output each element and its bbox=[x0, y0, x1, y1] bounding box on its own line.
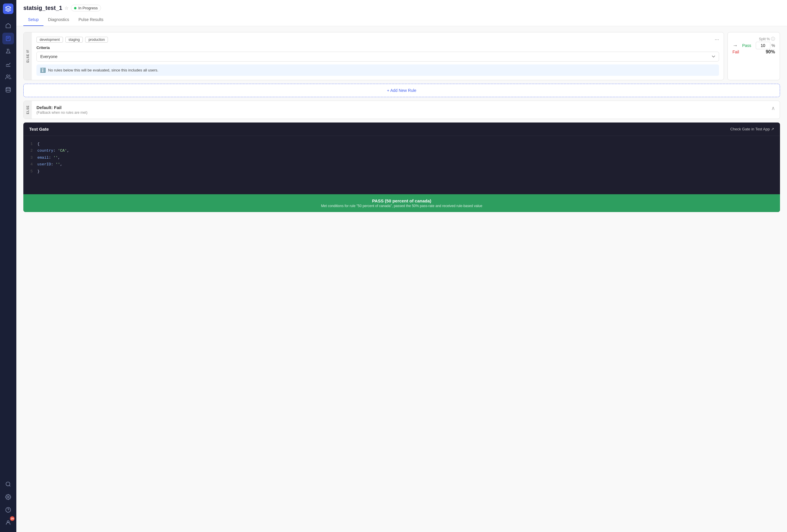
sidebar-item-home[interactable] bbox=[2, 20, 14, 31]
sidebar-item-settings[interactable] bbox=[2, 491, 14, 503]
sidebar-item-flags[interactable] bbox=[2, 33, 14, 44]
code-line-1: 1 { bbox=[29, 141, 774, 147]
external-link-icon: ↗ bbox=[771, 127, 774, 131]
star-icon[interactable]: ☆ bbox=[64, 5, 68, 11]
rule-label-side: ELSE IF bbox=[24, 33, 32, 80]
sidebar-item-experiments[interactable] bbox=[2, 45, 14, 57]
default-text: Default: Fail (Fallback when no rules ar… bbox=[37, 105, 87, 114]
sidebar-bottom: 29 bbox=[2, 478, 14, 529]
split-panel: Split % ⓘ → Pass % Fail 90% bbox=[727, 32, 780, 80]
test-gate-header: Test Gate Check Gate in Test App ↗ bbox=[23, 123, 780, 136]
default-subtitle: (Fallback when no rules are met) bbox=[37, 110, 87, 114]
users-icon bbox=[5, 74, 11, 80]
settings-icon bbox=[5, 494, 11, 500]
default-content: Default: Fail (Fallback when no rules ar… bbox=[32, 101, 780, 119]
criteria-select[interactable]: Everyone bbox=[37, 51, 719, 62]
code-line-4: 4 userID: '', bbox=[29, 161, 774, 168]
pass-percent-symbol: % bbox=[771, 43, 775, 48]
pass-label: Pass bbox=[742, 43, 751, 48]
status-text: In Progress bbox=[78, 6, 98, 10]
fail-label: Fail bbox=[732, 49, 739, 54]
info-icon: ℹ️ bbox=[40, 67, 46, 73]
sidebar: 29 bbox=[0, 0, 16, 532]
env-tag-development[interactable]: development bbox=[37, 37, 63, 43]
rule-row: ELSE IF development staging production ·… bbox=[23, 32, 780, 80]
default-label-text: ELSE bbox=[26, 105, 29, 114]
code-editor[interactable]: 1 { 2 country: 'CA', 3 email: '', 4 bbox=[23, 136, 780, 194]
fail-row: Fail 90% bbox=[732, 49, 775, 55]
add-rule-label: + Add New Rule bbox=[387, 88, 417, 93]
default-collapse-icon[interactable]: ∧ bbox=[771, 105, 775, 111]
flag-icon bbox=[5, 36, 11, 41]
home-icon bbox=[5, 23, 11, 28]
result-bar: PASS (50 percent of canada) Met conditio… bbox=[23, 194, 780, 212]
sidebar-item-help[interactable] bbox=[2, 504, 14, 516]
header-top: statsig_test_1 ☆ In Progress bbox=[23, 5, 780, 12]
tab-setup[interactable]: Setup bbox=[23, 15, 43, 26]
code-line-2: 2 country: 'CA', bbox=[29, 147, 774, 154]
env-tag-staging[interactable]: staging bbox=[65, 37, 83, 43]
arrow-right-icon: → bbox=[732, 43, 738, 49]
svg-point-4 bbox=[6, 75, 8, 77]
help-icon bbox=[5, 507, 11, 513]
fail-percent-value: 90% bbox=[766, 49, 775, 55]
svg-point-8 bbox=[7, 496, 9, 498]
test-gate-title: Test Gate bbox=[29, 127, 49, 131]
tab-diagnostics[interactable]: Diagnostics bbox=[43, 15, 74, 26]
tab-pulse-results[interactable]: Pulse Results bbox=[74, 15, 108, 26]
rule-label-text: ELSE IF bbox=[26, 49, 29, 63]
result-desc: Met conditions for rule "50 percent of c… bbox=[29, 204, 774, 208]
sidebar-logo[interactable] bbox=[3, 3, 14, 14]
check-gate-link[interactable]: Check Gate in Test App ↗ bbox=[730, 127, 774, 131]
metrics-icon bbox=[5, 61, 11, 67]
more-options-icon[interactable]: ··· bbox=[715, 37, 719, 43]
default-card: ELSE Default: Fail (Fallback when no rul… bbox=[23, 101, 780, 119]
rule-header: development staging production ··· bbox=[37, 37, 719, 43]
test-gate-section: Test Gate Check Gate in Test App ↗ 1 { 2… bbox=[23, 123, 780, 212]
env-tag-production[interactable]: production bbox=[85, 37, 108, 43]
status-dot bbox=[74, 7, 77, 9]
add-rule-button[interactable]: + Add New Rule bbox=[23, 84, 780, 97]
rule-content: development staging production ··· Crite… bbox=[32, 33, 724, 80]
database-icon bbox=[5, 87, 11, 93]
search-icon bbox=[5, 481, 11, 487]
flask-icon bbox=[5, 48, 11, 54]
statsig-logo-icon bbox=[5, 5, 12, 12]
env-tags: development staging production bbox=[37, 37, 108, 43]
pass-input[interactable] bbox=[756, 42, 770, 49]
sidebar-item-metrics[interactable] bbox=[2, 58, 14, 70]
notification-badge: 29 bbox=[10, 516, 15, 521]
status-badge: In Progress bbox=[71, 5, 101, 12]
default-title: Default: Fail bbox=[37, 105, 87, 110]
sidebar-item-search[interactable] bbox=[2, 478, 14, 490]
info-box: ℹ️ No rules below this will be evaluated… bbox=[37, 64, 719, 76]
default-label-side: ELSE bbox=[24, 101, 32, 119]
page-title: statsig_test_1 bbox=[23, 5, 62, 12]
split-header: Split % ⓘ bbox=[732, 37, 775, 42]
user-avatar-icon bbox=[5, 520, 11, 526]
code-line-5: 5 } bbox=[29, 168, 774, 175]
page-header: statsig_test_1 ☆ In Progress Setup Diagn… bbox=[16, 0, 787, 26]
rule-card-else-if: ELSE IF development staging production ·… bbox=[23, 32, 724, 80]
tab-bar: Setup Diagnostics Pulse Results bbox=[23, 15, 780, 26]
info-text: No rules below this will be evaluated, s… bbox=[48, 68, 158, 72]
svg-line-7 bbox=[9, 485, 10, 487]
result-title: PASS (50 percent of canada) bbox=[29, 198, 774, 203]
svg-point-6 bbox=[6, 482, 10, 486]
code-line-3: 3 email: '', bbox=[29, 154, 774, 161]
main-content: statsig_test_1 ☆ In Progress Setup Diagn… bbox=[16, 0, 787, 532]
content-area: ELSE IF development staging production ·… bbox=[16, 26, 787, 532]
criteria-label: Criteria bbox=[37, 45, 719, 50]
info-circle-icon: ⓘ bbox=[771, 37, 775, 42]
sidebar-item-data[interactable] bbox=[2, 84, 14, 96]
pass-row: → Pass % bbox=[732, 42, 775, 49]
svg-point-5 bbox=[6, 87, 10, 89]
sidebar-item-users[interactable] bbox=[2, 71, 14, 83]
sidebar-item-user[interactable]: 29 bbox=[2, 517, 14, 529]
